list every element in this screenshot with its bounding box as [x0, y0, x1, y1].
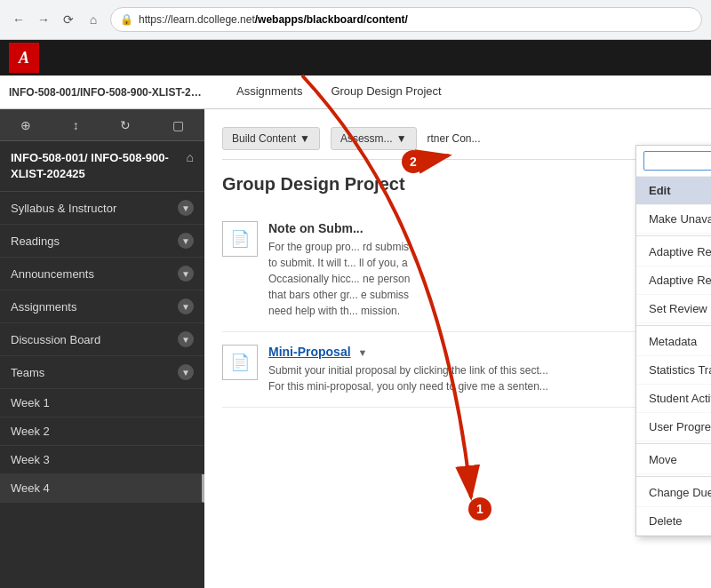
- sidebar-item-discussion-board[interactable]: Discussion Board ▼: [0, 323, 204, 356]
- context-menu-item-review-status[interactable]: Set Review Status(Disabled): [636, 295, 711, 323]
- sidebar-item-assignments[interactable]: Assignments ▼: [0, 290, 204, 323]
- context-menu-divider: [636, 476, 711, 477]
- sidebar-item-label: Discussion Board: [11, 333, 100, 346]
- sidebar-item-readings[interactable]: Readings ▼: [0, 225, 204, 258]
- sidebar-item-label: Announcements: [11, 267, 94, 281]
- sidebar-week-label: Week 4: [11, 481, 50, 495]
- chevron-icon: ▼: [178, 266, 194, 282]
- content-item-note: 📄 Note on Subm... For the group pro... r…: [222, 209, 693, 332]
- sidebar-item-label: Teams: [11, 366, 44, 379]
- sidebar-week-label: Week 2: [11, 425, 50, 438]
- sidebar-item-label: Syllabus & Instructor: [11, 202, 116, 215]
- dropdown-icon: ▼: [300, 132, 310, 145]
- browser-chrome: ← → ⟳ ⌂ 🔒 https://learn.dcollege.net/web…: [0, 0, 711, 40]
- sidebar-toolbar: ⊕ ↕ ↻ ▢: [0, 109, 204, 141]
- item-title: Note on Subm...: [268, 221, 410, 235]
- sidebar-course-title: INFO-508-001/ INFO-508-900- XLIST-202425: [11, 150, 194, 182]
- context-menu-divider: [636, 235, 711, 236]
- partner-label: rtner Con...: [427, 132, 481, 145]
- context-menu-item-move[interactable]: Move: [636, 446, 711, 474]
- app-header: A: [0, 40, 711, 75]
- content-item-mini-proposal: 📄 Mini-Proposal ▼ Submit your initial pr…: [222, 332, 693, 408]
- build-content-label: Build Content: [232, 132, 296, 145]
- sidebar-item-week2[interactable]: Week 2: [0, 417, 204, 446]
- context-menu-item-edit[interactable]: Edit: [636, 177, 711, 205]
- sidebar-tool-reorder[interactable]: ↕: [66, 115, 86, 136]
- back-button[interactable]: ←: [9, 10, 28, 29]
- sidebar-item-announcements[interactable]: Announcements ▼: [0, 258, 204, 290]
- context-menu: ✕ Edit Make Unavailable Adaptive Release…: [635, 145, 711, 536]
- sidebar-item-week4[interactable]: Week 4: [0, 474, 204, 503]
- address-bar[interactable]: 🔒 https://learn.dcollege.net/webapps/bla…: [110, 7, 702, 32]
- sidebar-home-icon[interactable]: ⌂: [187, 150, 194, 164]
- dropdown-trigger-icon[interactable]: ▼: [357, 347, 367, 358]
- content-item-text: Note on Subm... For the group pro... rd …: [268, 221, 410, 319]
- main-layout: ⊕ ↕ ↻ ▢ ⌂ INFO-508-001/ INFO-508-900- XL…: [0, 109, 711, 588]
- item-body: For the group pro... rd submis to submit…: [268, 239, 410, 319]
- tab-group-design[interactable]: Group Design Project: [316, 77, 455, 107]
- sidebar-item-teams[interactable]: Teams ▼: [0, 356, 204, 389]
- chevron-icon: ▼: [178, 298, 194, 314]
- course-nav: INFO-508-001/INFO-508-900-XLIST-202425 A…: [0, 75, 711, 109]
- item-body: Submit your initial proposal by clicking…: [268, 362, 548, 394]
- context-menu-item-metadata[interactable]: Metadata: [636, 328, 711, 356]
- sidebar-item-syllabus[interactable]: Syllabus & Instructor ▼: [0, 192, 204, 225]
- sidebar-item-week3[interactable]: Week 3: [0, 446, 204, 474]
- context-menu-search-input[interactable]: [643, 151, 711, 171]
- chevron-icon: ▼: [178, 364, 194, 380]
- sidebar-tool-file[interactable]: ▢: [165, 115, 191, 136]
- url-text: https://learn.dcollege.net/webapps/black…: [139, 13, 408, 26]
- chevron-icon: ▼: [178, 200, 194, 216]
- sidebar-tool-refresh[interactable]: ↻: [113, 115, 138, 136]
- content-toolbar: Build Content ▼ Assessm... ▼ rtner Con..…: [222, 127, 693, 160]
- assessments-label: Assessm...: [340, 132, 393, 145]
- sidebar-course-info: ⌂ INFO-508-001/ INFO-508-900- XLIST-2024…: [0, 141, 204, 192]
- context-menu-item-adaptive-release-advanced[interactable]: Adaptive Release: Advanced: [636, 266, 711, 295]
- sidebar-tool-add[interactable]: ⊕: [13, 115, 38, 136]
- assessments-button[interactable]: Assessm... ▼: [331, 127, 417, 150]
- context-menu-item-stats-tracking[interactable]: Statistics Tracking (On/Off): [636, 356, 711, 385]
- content-area: Build Content ▼ Assessm... ▼ rtner Con..…: [204, 109, 711, 588]
- context-menu-item-user-progress[interactable]: User Progress: [636, 413, 711, 441]
- sidebar-item-week1[interactable]: Week 1: [0, 389, 204, 417]
- document-icon: 📄: [222, 221, 258, 257]
- item-title: Mini-Proposal ▼: [268, 345, 548, 359]
- page-title: Group Design Project: [222, 174, 693, 195]
- tab-assignments[interactable]: Assignments: [222, 77, 316, 107]
- context-menu-divider: [636, 443, 711, 444]
- chevron-icon: ▼: [178, 331, 194, 347]
- forward-button[interactable]: →: [34, 10, 53, 29]
- sidebar-week-label: Week 1: [11, 396, 50, 409]
- security-icon: 🔒: [120, 13, 133, 26]
- sidebar-item-label: Assignments: [11, 300, 76, 314]
- build-content-button[interactable]: Build Content ▼: [222, 127, 320, 150]
- document-icon: 📄: [222, 345, 258, 380]
- chevron-icon: ▼: [178, 233, 194, 249]
- app-logo: A: [9, 43, 39, 73]
- course-id: INFO-508-001/INFO-508-900-XLIST-202425: [9, 86, 204, 99]
- mini-proposal-link[interactable]: Mini-Proposal: [268, 345, 351, 359]
- reload-button[interactable]: ⟳: [59, 10, 78, 29]
- content-item-text: Mini-Proposal ▼ Submit your initial prop…: [268, 345, 548, 394]
- context-menu-item-student-activity[interactable]: Student Activity: [636, 385, 711, 413]
- context-menu-item-adaptive-release[interactable]: Adaptive Release: [636, 238, 711, 266]
- context-menu-search-bar: ✕: [636, 146, 711, 177]
- context-menu-divider: [636, 325, 711, 326]
- context-menu-item-delete[interactable]: Delete: [636, 507, 711, 536]
- sidebar-item-label: Readings: [11, 234, 60, 248]
- sidebar: ⊕ ↕ ↻ ▢ ⌂ INFO-508-001/ INFO-508-900- XL…: [0, 109, 204, 588]
- sidebar-week-label: Week 3: [11, 453, 50, 466]
- context-menu-item-make-unavailable[interactable]: Make Unavailable: [636, 205, 711, 234]
- nav-buttons: ← → ⟳ ⌂: [9, 10, 103, 29]
- context-menu-item-change-due-date[interactable]: Change Due Date: [636, 479, 711, 507]
- dropdown-icon: ▼: [396, 132, 407, 145]
- home-button[interactable]: ⌂: [84, 10, 103, 29]
